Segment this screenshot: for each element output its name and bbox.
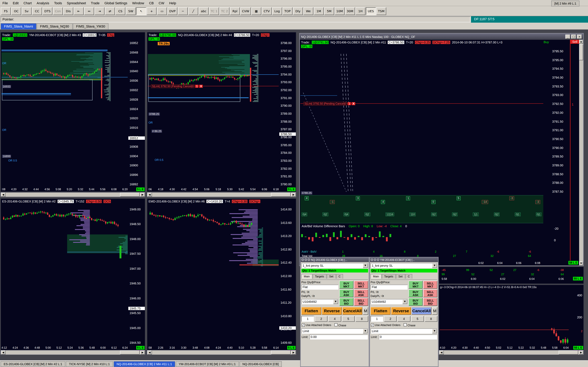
toolbar-button[interactable]: CVW <box>240 7 251 15</box>
es-plot[interactable] <box>1 208 128 271</box>
scroll-left-icon[interactable]: ◀ <box>147 350 152 354</box>
chevron-down-icon[interactable]: ▼ <box>432 329 437 333</box>
window-nq-orderflow[interactable]: NQ-201406-GLOBEX [CB] [M] 2 Min #11 L:1 … <box>299 33 584 266</box>
toolbar-button[interactable]: ⇄ <box>105 7 115 15</box>
menu-item[interactable]: File <box>0 0 10 5</box>
menu-item[interactable]: Window <box>130 0 147 5</box>
reverse-button[interactable]: Reverse <box>391 307 411 315</box>
chevron-down-icon[interactable]: ▼ <box>363 329 368 333</box>
scroll-left-icon[interactable]: ◀ <box>439 350 444 354</box>
working-order-line[interactable]: S|Lmt| 3792.50 |Pending Cancel|0 1 X <box>300 103 543 104</box>
account-dropdown[interactable]: U1049492 ▼ <box>301 299 338 304</box>
pos-qty-field[interactable]: Flat <box>371 285 408 290</box>
sell-market-button[interactable]: SELL MKT <box>423 281 437 289</box>
tick-hscrollbar[interactable]: ◀ ▶ <box>439 350 584 355</box>
trade-panel-tab[interactable]: Targets <box>312 274 327 279</box>
toolbar-button[interactable]: Log <box>272 7 282 15</box>
qty-button[interactable]: 5 <box>342 316 355 322</box>
chart-panel-emd[interactable]: EMD-201406-GLOBEX [CB] [M] 2 Min #6 C=14… <box>147 199 296 350</box>
trade-panel-tab[interactable]: Main <box>301 274 312 279</box>
window-tab[interactable]: NQ-201406-GLOBEX [CB] <box>239 361 282 367</box>
limit-price-field[interactable]: 0.00 <box>310 334 368 340</box>
preset-dropdown[interactable]: 1_knt pevny SL ▼ <box>301 263 368 268</box>
buy-market-button[interactable]: BUY MKT <box>408 281 423 289</box>
scroll-left-icon[interactable]: ◀ <box>147 193 152 197</box>
window-tab[interactable]: NQ-201406-GLOBEX [CB] 2 Min #11 L:1 <box>113 361 175 367</box>
flatten-button[interactable]: Flatten <box>371 307 390 315</box>
window-dot-icon[interactable] <box>374 259 376 261</box>
scroll-track[interactable] <box>6 350 140 354</box>
toolbar-button[interactable]: ↔ <box>84 7 94 15</box>
qty-button[interactable]: 8 <box>355 316 368 322</box>
toolbar-button[interactable]: ▭ <box>157 7 167 15</box>
m-button[interactable]: M <box>432 307 437 315</box>
trade-panel-tab[interactable]: C <box>405 274 412 279</box>
toolbar-button[interactable]: 1M <box>314 7 324 15</box>
nqof-plot[interactable] <box>300 50 392 193</box>
maximize-icon[interactable]: □ <box>571 34 576 39</box>
trade-panel-tab[interactable]: Set <box>396 274 405 279</box>
toolbar-button[interactable]: TOP <box>283 7 293 15</box>
toolbar-button[interactable]: FS <box>1 7 11 15</box>
qty-button[interactable]: 8 <box>425 316 437 322</box>
menu-item[interactable]: Global Settings <box>102 0 130 5</box>
trade-panel-nq[interactable]: NQ-201406-GLOBEX [CB] [... 1_knt pevny S… <box>300 257 369 367</box>
scroll-right-icon[interactable]: ▶ <box>291 350 296 354</box>
chase-checkbox[interactable]: Chase <box>404 323 415 327</box>
emd-plot[interactable] <box>148 208 279 273</box>
toolbar-button[interactable]: TC 1 <box>209 7 219 15</box>
emd-hscrollbar[interactable]: ◀ ▶ <box>147 350 296 355</box>
qty-button[interactable]: 4 <box>398 316 410 322</box>
preset-dropdown[interactable]: 1_knt pevny SL ▼ <box>371 263 437 268</box>
toolbar-button[interactable]: 10M <box>335 7 345 15</box>
window-titlebar[interactable]: NQ-201406-GLOBEX [CB] [M] 2 Min #11 L:1 … <box>300 34 583 40</box>
menu-item[interactable]: Trade <box>88 0 102 5</box>
window-tick-nyse[interactable]: g=-3 DChg=0 2014-06-10 06:07:45 H=-2 L=-… <box>439 285 584 350</box>
toolbar-button[interactable]: 30M <box>345 7 355 15</box>
scroll-thumb[interactable] <box>271 350 291 354</box>
toolbar-button[interactable]: ╱ <box>188 7 198 15</box>
toolbar-button[interactable]: ↖ <box>136 7 146 15</box>
nq-hscrollbar[interactable]: ◀ ▶ <box>147 192 296 197</box>
window-tab[interactable]: ES-201406-GLOBEX [CB] [M] 2 Min #2 L:1 <box>1 361 65 367</box>
flatten-button[interactable]: Flatten <box>301 307 321 315</box>
qty-button[interactable]: 1 <box>371 316 383 322</box>
toolbar-button[interactable]: abc <box>199 7 208 15</box>
trade-panel-titlebar[interactable]: NQ-201406-GLOBEX [CB] [... <box>301 258 369 262</box>
buy-ask-button[interactable]: BUY ASK <box>339 289 354 297</box>
use-attached-checkbox[interactable]: ✓Use Attached Orders <box>371 324 400 327</box>
close-icon[interactable]: × <box>577 34 582 39</box>
window-tab[interactable]: YM-201406-ECBOT [CB] [M] 2 Min #3 L:1 <box>176 361 239 367</box>
order-cancel-icon[interactable]: X <box>199 85 203 88</box>
toolbar-button[interactable]: Rpl <box>230 7 240 15</box>
scroll-right-icon[interactable]: ▶ <box>140 193 145 197</box>
account-dropdown[interactable]: U1049492 ▼ <box>371 299 408 304</box>
qty-button[interactable]: 5 <box>411 316 424 322</box>
sell-ask-button[interactable]: SELL ASK <box>423 289 437 297</box>
toolbar-button[interactable]: Dis <box>63 7 73 15</box>
chartbook-tab[interactable]: FIMS_Slava_YM30 <box>73 23 109 29</box>
scroll-right-icon[interactable]: ▶ <box>291 193 296 197</box>
scroll-left-icon[interactable]: ◀ <box>1 193 6 197</box>
order-type-dropdown[interactable]: Limit ▼ <box>301 328 368 334</box>
toolbar-button[interactable]: ⇥ <box>95 7 104 15</box>
order-type-dropdown[interactable]: Limit ▼ <box>371 328 437 334</box>
qty-button[interactable]: 2 <box>384 316 397 322</box>
buy-ask-button[interactable]: BUY ASK <box>408 289 423 297</box>
nq-plot[interactable] <box>148 42 279 107</box>
scroll-track[interactable] <box>6 193 140 197</box>
sell-bid-button[interactable]: SELL BID <box>354 298 368 306</box>
chevron-down-icon[interactable]: ▼ <box>363 263 368 268</box>
pos-qty-field[interactable]: Flat <box>301 285 338 290</box>
minimize-icon[interactable]: _ <box>565 34 570 39</box>
toolbar-button[interactable]: Dly <box>293 7 303 15</box>
toolbar-button[interactable]: Con <box>53 7 63 15</box>
window-dot-icon[interactable] <box>305 259 307 261</box>
toolbar-button[interactable]: ▦ <box>251 7 261 15</box>
buy-bid-button[interactable]: BUY BID <box>408 298 423 306</box>
chart-panel-es[interactable]: ES-201406-GLOBEX [CB] [M] 2 Min #2 C=194… <box>1 199 145 350</box>
toolbar-button[interactable]: DVP <box>167 7 177 15</box>
tick-plot[interactable] <box>440 291 569 350</box>
chart-panel-nq[interactable]: Trade: 1@3790.00 NQ-201406-GLOBEX [CB] [… <box>147 32 296 192</box>
qty-button[interactable]: 2 <box>315 316 327 322</box>
